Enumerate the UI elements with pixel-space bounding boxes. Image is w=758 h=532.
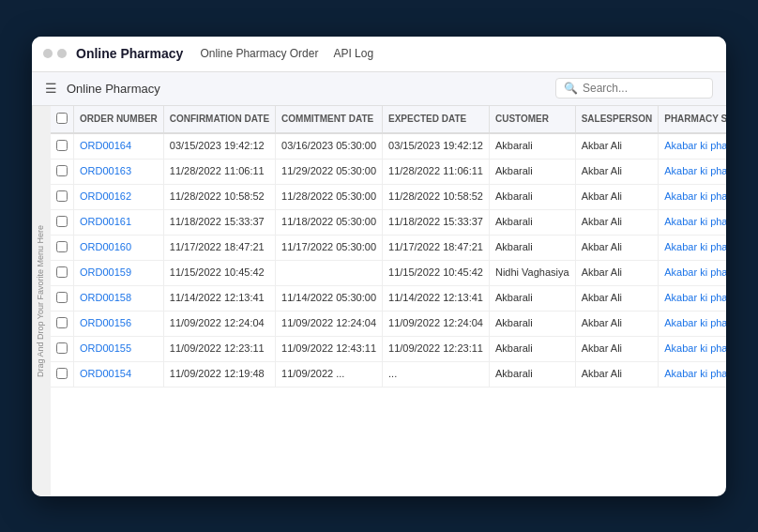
row-order-number[interactable]: ORD00159 (74, 260, 164, 285)
row-select-checkbox[interactable] (56, 216, 68, 227)
row-checkbox[interactable] (51, 235, 74, 260)
row-order-number[interactable]: ORD00155 (74, 336, 164, 361)
row-select-checkbox[interactable] (56, 266, 68, 278)
row-salesperson: Akbar Ali (575, 311, 659, 336)
table-row: ORD00159 11/15/2022 10:45:42 11/15/2022 … (51, 260, 726, 285)
dot-1 (43, 49, 53, 58)
row-confirmation-date: 11/14/2022 12:13:41 (163, 285, 275, 311)
toolbar-title: Online Pharmacy (67, 82, 546, 96)
col-checkbox (51, 106, 74, 133)
row-expected-date: 11/09/2022 12:24:04 (383, 311, 490, 336)
top-nav: Online Pharmacy Order API Log (200, 47, 373, 60)
select-all-checkbox[interactable] (56, 113, 68, 124)
row-pharmacy-store: Akabar ki pharmacy (659, 285, 726, 311)
row-select-checkbox[interactable] (56, 140, 68, 151)
table-row: ORD00162 11/28/2022 10:58:52 11/28/2022 … (51, 184, 726, 209)
row-salesperson: Akbar Ali (575, 209, 659, 235)
row-pharmacy-store: Akabar ki pharmacy (659, 209, 726, 235)
row-salesperson: Akbar Ali (575, 285, 659, 311)
row-commitment-date (276, 260, 383, 285)
col-confirmation-date: CONFIRMATION DATE (163, 106, 275, 133)
row-expected-date: 11/18/2022 15:33:37 (383, 209, 490, 235)
row-salesperson: Akbar Ali (575, 133, 659, 160)
row-checkbox[interactable] (51, 260, 74, 285)
col-order-number: ORDER NUMBER (74, 106, 164, 133)
row-checkbox[interactable] (51, 311, 74, 336)
row-checkbox[interactable] (51, 133, 74, 160)
row-select-checkbox[interactable] (56, 241, 68, 252)
row-commitment-date: 11/29/2022 05:30:00 (276, 159, 383, 184)
table-row: ORD00156 11/09/2022 12:24:04 11/09/2022 … (51, 311, 726, 336)
row-order-number[interactable]: ORD00154 (74, 361, 164, 387)
row-salesperson: Akbar Ali (575, 361, 659, 387)
side-drag-label: Drag And Drop Your Favorite Menu Here (32, 106, 51, 496)
row-order-number[interactable]: ORD00158 (74, 285, 164, 311)
table-area[interactable]: ORDER NUMBER CONFIRMATION DATE COMMITMEN… (51, 106, 726, 496)
row-checkbox[interactable] (51, 184, 74, 209)
row-select-checkbox[interactable] (56, 317, 68, 328)
row-order-number[interactable]: ORD00163 (74, 159, 164, 184)
row-checkbox[interactable] (51, 361, 74, 387)
title-bar: Online Pharmacy Online Pharmacy Order AP… (32, 37, 726, 72)
row-confirmation-date: 11/28/2022 11:06:11 (163, 159, 275, 184)
table-header-row: ORDER NUMBER CONFIRMATION DATE COMMITMEN… (51, 106, 726, 133)
row-checkbox[interactable] (51, 285, 74, 311)
row-commitment-date: 11/28/2022 05:30:00 (276, 184, 383, 209)
row-order-number[interactable]: ORD00161 (74, 209, 164, 235)
col-salesperson: SALESPERSON (575, 106, 659, 133)
row-expected-date: 11/17/2022 18:47:21 (383, 235, 490, 260)
search-icon: 🔍 (564, 82, 578, 95)
row-salesperson: Akbar Ali (575, 184, 659, 209)
row-pharmacy-store: Akabar ki pharmacy (659, 184, 726, 209)
row-expected-date: 11/14/2022 12:13:41 (383, 285, 490, 311)
table-row: ORD00155 11/09/2022 12:23:11 11/09/2022 … (51, 336, 726, 361)
row-order-number[interactable]: ORD00162 (74, 184, 164, 209)
window-controls (43, 49, 67, 58)
row-order-number[interactable]: ORD00156 (74, 311, 164, 336)
row-customer: Akbarali (489, 209, 575, 235)
main-content: Drag And Drop Your Favorite Menu Here OR… (32, 106, 726, 496)
row-confirmation-date: 11/28/2022 10:58:52 (163, 184, 275, 209)
row-salesperson: Akbar Ali (575, 260, 659, 285)
row-pharmacy-store: Akabar ki pharmacy (659, 336, 726, 361)
row-commitment-date: 11/14/2022 05:30:00 (276, 285, 383, 311)
row-checkbox[interactable] (51, 209, 74, 235)
dot-2 (57, 49, 67, 58)
table-row: ORD00160 11/17/2022 18:47:21 11/17/2022 … (51, 235, 726, 260)
row-select-checkbox[interactable] (56, 292, 68, 303)
row-commitment-date: 11/09/2022 12:24:04 (276, 311, 383, 336)
row-confirmation-date: 11/09/2022 12:24:04 (163, 311, 275, 336)
row-select-checkbox[interactable] (56, 190, 68, 202)
row-select-checkbox[interactable] (56, 368, 68, 379)
row-checkbox[interactable] (51, 336, 74, 361)
row-select-checkbox[interactable] (56, 165, 68, 176)
nav-online-pharmacy-order[interactable]: Online Pharmacy Order (200, 47, 318, 60)
row-confirmation-date: 11/09/2022 12:19:48 (163, 361, 275, 387)
row-confirmation-date: 11/17/2022 18:47:21 (163, 235, 275, 260)
search-input[interactable] (583, 82, 705, 95)
row-customer: Akbarali (489, 133, 575, 160)
row-commitment-date: 11/18/2022 05:30:00 (276, 209, 383, 235)
hamburger-icon[interactable]: ☰ (45, 81, 57, 96)
row-order-number[interactable]: ORD00164 (74, 133, 164, 160)
col-expected-date: EXPECTED DATE (383, 106, 490, 133)
row-commitment-date: 03/16/2023 05:30:00 (276, 133, 383, 160)
col-pharmacy-store: PHARMACY STORE (659, 106, 726, 133)
row-select-checkbox[interactable] (56, 342, 68, 354)
row-pharmacy-store: Akabar ki pharmacy (659, 133, 726, 160)
row-checkbox[interactable] (51, 159, 74, 184)
row-customer: Nidhi Vaghasiya (489, 260, 575, 285)
col-customer: CUSTOMER (489, 106, 575, 133)
row-pharmacy-store: Akabar ki pharmacy (659, 235, 726, 260)
nav-api-log[interactable]: API Log (333, 47, 373, 60)
orders-table: ORDER NUMBER CONFIRMATION DATE COMMITMEN… (51, 106, 726, 388)
row-salesperson: Akbar Ali (575, 159, 659, 184)
table-row: ORD00158 11/14/2022 12:13:41 11/14/2022 … (51, 285, 726, 311)
row-customer: Akbarali (489, 361, 575, 387)
row-customer: Akbarali (489, 336, 575, 361)
row-customer: Akbarali (489, 184, 575, 209)
table-row: ORD00154 11/09/2022 12:19:48 11/09/2022 … (51, 361, 726, 387)
row-order-number[interactable]: ORD00160 (74, 235, 164, 260)
row-pharmacy-store: Akabar ki pharmacy (659, 159, 726, 184)
row-confirmation-date: 11/18/2022 15:33:37 (163, 209, 275, 235)
